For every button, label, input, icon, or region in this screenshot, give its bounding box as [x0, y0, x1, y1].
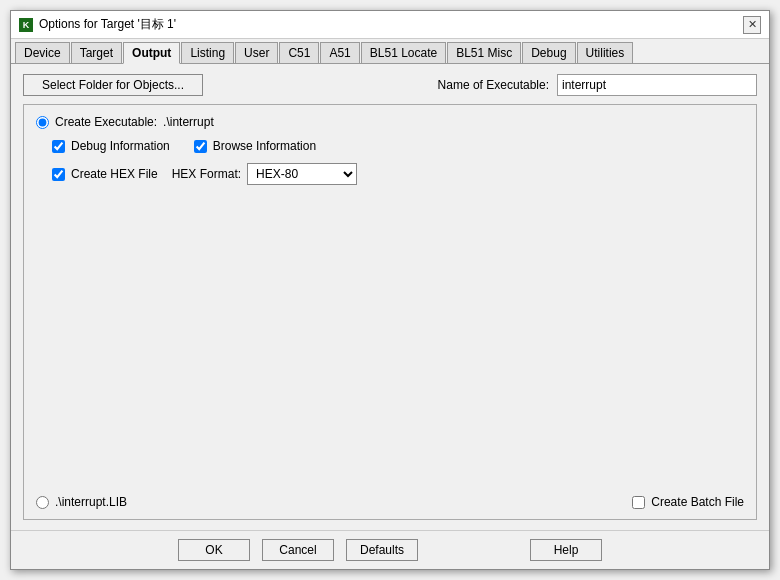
lib-row: .\interrupt.LIB Create Batch File — [36, 495, 744, 509]
app-icon: K — [19, 18, 33, 32]
debug-info-label: Debug Information — [71, 139, 170, 153]
cancel-button[interactable]: Cancel — [262, 539, 334, 561]
name-exec-row: Name of Executable: — [219, 74, 757, 96]
lib-label: .\interrupt.LIB — [55, 495, 127, 509]
tab-a51[interactable]: A51 — [320, 42, 359, 63]
tab-utilities[interactable]: Utilities — [577, 42, 634, 63]
ok-button[interactable]: OK — [178, 539, 250, 561]
create-batch-checkbox[interactable] — [632, 496, 645, 509]
tab-output[interactable]: Output — [123, 42, 180, 64]
window-title: Options for Target '目标 1' — [39, 16, 176, 33]
create-hex-checkbox[interactable] — [52, 168, 65, 181]
create-exec-label: Create Executable: — [55, 115, 157, 129]
tab-bl51-locate[interactable]: BL51 Locate — [361, 42, 446, 63]
name-exec-input[interactable] — [557, 74, 757, 96]
tab-listing[interactable]: Listing — [181, 42, 234, 63]
create-batch-label: Create Batch File — [651, 495, 744, 509]
main-content: Select Folder for Objects... Name of Exe… — [11, 64, 769, 530]
debug-info-checkbox[interactable] — [52, 140, 65, 153]
title-bar-left: K Options for Target '目标 1' — [19, 16, 176, 33]
output-group: Create Executable: .\interrupt Debug Inf… — [23, 104, 757, 520]
help-button[interactable]: Help — [530, 539, 602, 561]
close-button[interactable]: ✕ — [743, 16, 761, 34]
hex-row: Create HEX File HEX Format: HEX-80 HEX-3… — [52, 163, 744, 185]
tab-bar: Device Target Output Listing User C51 A5… — [11, 39, 769, 64]
browse-info-label: Browse Information — [213, 139, 316, 153]
create-hex-label: Create HEX File — [71, 167, 158, 181]
create-exec-radio[interactable] — [36, 116, 49, 129]
title-bar: K Options for Target '目标 1' ✕ — [11, 11, 769, 39]
lib-right: Create Batch File — [632, 495, 744, 509]
hex-format-label: HEX Format: — [172, 167, 241, 181]
create-exec-value: .\interrupt — [163, 115, 214, 129]
create-exec-row: Create Executable: .\interrupt — [36, 115, 744, 129]
checkbox-group: Debug Information Browse Information — [52, 139, 744, 153]
tab-device[interactable]: Device — [15, 42, 70, 63]
name-exec-label: Name of Executable: — [438, 78, 549, 92]
top-row: Select Folder for Objects... Name of Exe… — [23, 74, 757, 96]
lib-radio[interactable] — [36, 496, 49, 509]
tab-user[interactable]: User — [235, 42, 278, 63]
browse-info-checkbox[interactable] — [194, 140, 207, 153]
lib-left: .\interrupt.LIB — [36, 495, 127, 509]
debug-info-row: Debug Information — [52, 139, 170, 153]
tab-c51[interactable]: C51 — [279, 42, 319, 63]
select-folder-button[interactable]: Select Folder for Objects... — [23, 74, 203, 96]
tab-bl51-misc[interactable]: BL51 Misc — [447, 42, 521, 63]
hex-format-select[interactable]: HEX-80 HEX-386 — [247, 163, 357, 185]
dialog-window: K Options for Target '目标 1' ✕ Device Tar… — [10, 10, 770, 570]
browse-info-row: Browse Information — [194, 139, 316, 153]
tab-target[interactable]: Target — [71, 42, 122, 63]
defaults-button[interactable]: Defaults — [346, 539, 418, 561]
tab-debug[interactable]: Debug — [522, 42, 575, 63]
bottom-bar: OK Cancel Defaults Help — [11, 530, 769, 569]
